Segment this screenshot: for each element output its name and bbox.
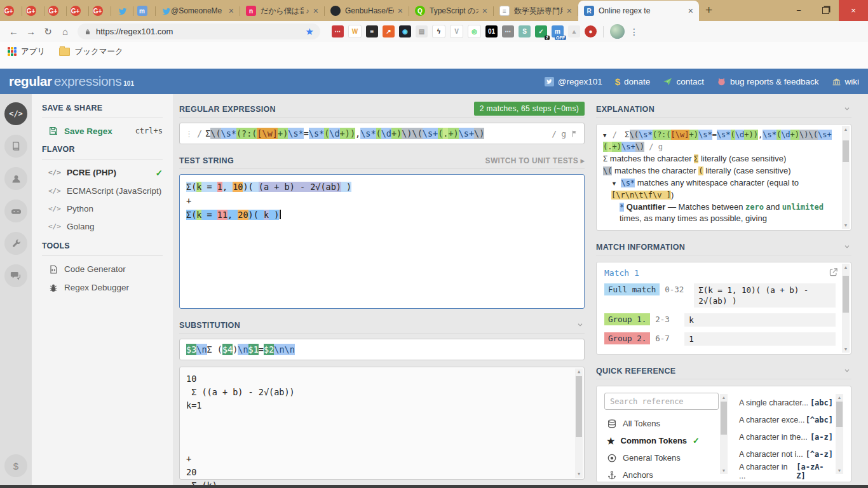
scroll-down-icon[interactable]: ▼ [844,222,848,229]
reload-button[interactable]: ↻ [39,26,57,37]
nav--regex101[interactable]: @regex101 [545,77,602,86]
profile-avatar[interactable] [610,24,625,39]
regex-flags[interactable]: g [561,129,566,139]
rail-dollar-button[interactable]: $ [4,454,27,477]
scroll-up-icon[interactable]: ▲ [722,394,726,401]
tab-close-icon[interactable]: × [567,6,572,16]
reference-entry[interactable]: A character not i...[^a-z] [739,445,833,463]
rail-chat-button[interactable] [4,264,27,287]
collapse-explanation-icon[interactable] [843,105,851,114]
tab-close-icon[interactable]: × [229,6,234,16]
output-scrollbar[interactable]: ▲ ▼ [575,369,583,478]
extension-buffer-icon[interactable]: ≡ [366,25,378,37]
regex-pattern[interactable]: Σ\(\s*(?:([\w]+)\s*=\s*(\d+)),\s*(\d+)\)… [205,128,484,139]
scroll-down-icon[interactable]: ▼ [837,467,842,474]
regex-input[interactable]: ⋮ / Σ\(\s*(?:([\w]+)\s*=\s*(\d+)),\s*(\d… [179,123,585,144]
nav-bug-reports-feedback[interactable]: bug reports & feedback [717,77,819,86]
new-tab-button[interactable]: + [705,3,712,17]
browser-tab-2[interactable]: GenbuHase/Ec× [325,1,409,21]
bookmark-star-icon[interactable]: ★ [306,26,314,37]
pinned-tab-gplus[interactable]: G+ [22,1,44,21]
scroll-thumb[interactable] [721,402,727,435]
extension-analytics-icon[interactable]: ↗ [383,25,395,37]
home-button[interactable]: ⌂ [57,26,74,37]
close-button[interactable]: × [839,0,868,21]
flavor-pcre-php-[interactable]: </>PCRE (PHP)✓ [42,163,163,182]
match-info-scrollbar[interactable]: ▲ ▼ [842,264,850,353]
extension-drive-icon[interactable]: ▲ [568,25,580,37]
scroll-thumb[interactable] [843,276,849,313]
forward-button[interactable]: → [22,26,39,37]
collapse-quick-reference-icon[interactable] [843,367,851,376]
rail-gamepad-button[interactable] [4,200,27,222]
nav-donate[interactable]: $donate [615,76,651,87]
nav-contact[interactable]: contact [663,77,704,86]
tab-close-icon[interactable]: × [482,6,487,16]
save-regex-button[interactable]: Save Regex ctrl+s [42,118,163,145]
browser-tab-3[interactable]: QTypeScript のオ× [409,1,493,21]
minimize-button[interactable]: − [785,0,812,21]
extension-react-devtools-icon[interactable]: ◉ [399,25,411,37]
drag-handle-icon[interactable]: ⋮ [185,129,193,139]
category-all-tokens[interactable]: All Tokens [604,415,719,432]
quick-reference-search-input[interactable] [604,393,719,410]
scroll-up-icon[interactable]: ▲ [844,126,848,133]
browser-tab-0[interactable]: @SomeoneMe× [156,1,240,21]
restore-button[interactable] [812,0,839,21]
scroll-up-icon[interactable]: ▲ [837,394,842,401]
reference-entry[interactable]: A character in the...[a-z] [739,428,833,445]
collapse-arrow-icon[interactable]: ▼ [603,132,610,139]
reference-entry[interactable]: A character in ...[a-zA-Z] [739,463,833,480]
scroll-down-icon[interactable]: ▼ [722,467,726,474]
pinned-tab-gplus[interactable]: G+ [0,1,22,21]
browser-tab-1[interactable]: nだから僕は音♪× [240,1,324,21]
export-matches-icon[interactable] [829,268,838,280]
rail-wrench-button[interactable] [4,232,27,255]
scroll-down-icon[interactable]: ▼ [844,346,848,353]
substitution-input[interactable]: $3\n Σ ($4)\n$1=$2\n\n [179,339,585,360]
back-button[interactable]: ← [5,26,22,37]
extension-vue-devtools-icon[interactable]: V [450,25,463,38]
tab-close-icon[interactable]: × [398,6,403,16]
category-anchors[interactable]: Anchors [604,466,719,484]
browser-menu-button[interactable]: ⋮ [630,27,639,37]
pinned-tab-gplus[interactable]: G+ [44,1,66,21]
extension-shield-icon[interactable]: ✓2 [535,25,547,37]
category-common-tokens[interactable]: ★Common Tokens✓ [604,432,719,449]
scroll-thumb[interactable] [843,140,849,162]
browser-tab-4[interactable]: ≡数学英語専門用× [494,1,578,21]
rail-book-button[interactable] [4,135,27,158]
rail-code-button[interactable]: </> [4,102,27,125]
category-scrollbar[interactable]: ▲ ▼ [720,394,728,474]
apps-label[interactable]: アプリ [21,46,45,57]
bookmark-folder-label[interactable]: ブックマーク [74,46,123,57]
explanation-scrollbar[interactable]: ▲ ▼ [842,126,850,229]
extension-wikipedia-icon[interactable]: W [348,25,362,38]
test-string-input[interactable]: Σ(k = 1, 10)( (a + b) - 2√(ab) )+Σ(k = 1… [179,174,585,309]
tab-close-icon[interactable]: × [688,6,693,16]
scroll-down-icon[interactable]: ▼ [578,471,580,478]
tab-close-icon[interactable]: × [313,6,318,16]
extension-lightning-icon[interactable]: ϟ [432,25,445,38]
flavor-ecmascript-javascript-[interactable]: </>ECMAScript (JavaScript) [42,182,163,200]
switch-to-unit-tests-button[interactable]: SWITCH TO UNIT TESTS ▸ [485,156,585,165]
extension-page-tool-icon[interactable]: ▤ [416,25,428,37]
category-general-tokens[interactable]: General Tokens [604,449,719,466]
extension-chat-app-icon[interactable]: ⋯ [502,25,514,37]
scroll-up-icon[interactable]: ▲ [844,264,848,271]
flavor-golang[interactable]: </>Golang [42,217,163,235]
collapse-match-info-icon[interactable] [843,243,851,252]
extension-password-manager-icon[interactable]: ⋯ [332,25,344,37]
browser-tab-active[interactable]: ROnline regex te× [578,1,699,21]
scroll-thumb[interactable] [836,402,843,427]
reference-scrollbar[interactable]: ▲ ▼ [836,394,843,474]
site-logo[interactable]: regular expressions 101 [9,74,134,89]
tool-code-generator[interactable]: Code Generator [42,260,163,278]
pinned-tab-mastodon[interactable]: m [133,1,155,21]
collapse-substitution-icon[interactable] [576,321,585,330]
scroll-thumb[interactable] [576,376,582,437]
extension-recorder-icon[interactable]: ● [585,25,597,37]
url-text[interactable]: https://regex101.com [96,27,306,36]
extension-radar-icon[interactable]: ◎ [468,25,481,38]
flavor-python[interactable]: </>Python [42,200,163,217]
